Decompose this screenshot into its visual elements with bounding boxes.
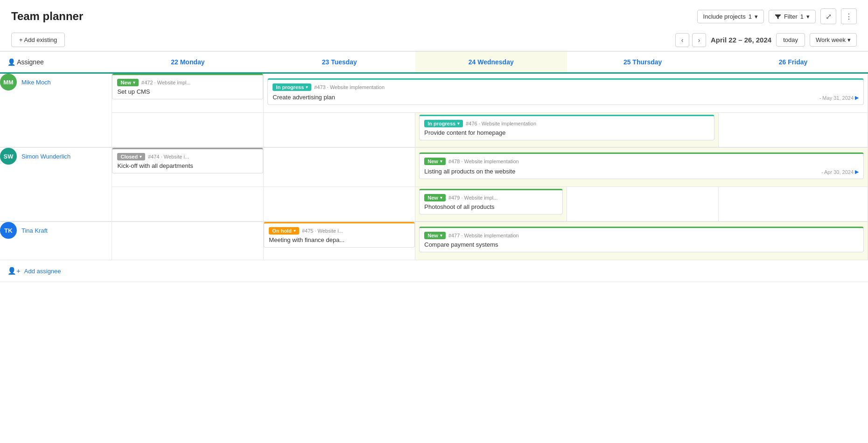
simon-row1: SW Simon Wunderlich Closed ▾ (0, 147, 868, 187)
tina-row1: TK Tina Kraft On hold ▾ (0, 222, 868, 260)
task-475-meta: On hold ▾ #475 · Website i... (269, 227, 410, 235)
status-dropdown-arrow: ▾ (294, 228, 296, 233)
task-472[interactable]: New ▾ #472 · Website impl... Set up CMS (112, 74, 263, 99)
simon-row2-wed: New ▾ #479 · Website impl... Photoshoot … (415, 187, 567, 222)
task-477-status[interactable]: New ▾ (424, 232, 446, 239)
task-475-title: Meeting with finance depa... (269, 236, 410, 243)
filter-label: Filter (784, 13, 798, 20)
task-472-meta: New ▾ #472 · Website impl... (117, 79, 258, 86)
expand-button[interactable]: ⤢ (820, 8, 836, 24)
task-474-ref: #474 · Website i... (148, 154, 189, 159)
more-options-button[interactable]: ⋮ (841, 8, 857, 24)
task-473[interactable]: In progress ▾ #473 · Website implementat… (267, 78, 864, 105)
filter-button[interactable]: Filter 1 ▾ (769, 10, 816, 23)
thursday-header: 25 Thursday (567, 52, 719, 73)
add-assignee-label: Add assignee (24, 268, 61, 275)
date-navigation: ‹ › April 22 – 26, 2024 today Work week … (675, 33, 857, 47)
task-477-ref: #477 · Website implementation (448, 233, 519, 238)
task-474-title: Kick-off with all departments (117, 162, 258, 169)
planner-grid: 👤 Assignee 22 Monday 23 Tuesday 24 Wedne… (0, 51, 868, 282)
task-478-status[interactable]: New ▾ (424, 158, 446, 165)
task-477-title: Compare payment systems (424, 241, 859, 248)
tina-name[interactable]: Tina Kraft (21, 227, 48, 234)
task-472-title: Set up CMS (117, 88, 258, 95)
simon-row2: New ▾ #479 · Website impl... Photoshoot … (0, 187, 868, 222)
mike-moch-row2: In progress ▾ #476 · Website implementat… (0, 113, 868, 148)
view-label: Work week (816, 36, 846, 43)
view-select-button[interactable]: Work week ▾ (810, 33, 857, 47)
status-dropdown-arrow: ▾ (440, 159, 442, 164)
task-479-meta: New ▾ #479 · Website impl... (424, 194, 558, 201)
task-473-title: Create advertising plan (273, 94, 335, 101)
assignee-person-icon: 👤 (7, 58, 15, 66)
assignee-label: Assignee (17, 58, 44, 66)
add-assignee-cell: 👤+ Add assignee (0, 260, 868, 282)
header-controls: Include projects 1 ▾ Filter 1 ▾ ⤢ ⋮ (697, 8, 857, 24)
simon-row2-thu (567, 187, 719, 222)
status-dropdown-arrow: ▾ (440, 233, 442, 238)
prev-week-button[interactable]: ‹ (675, 33, 689, 47)
mike-moch-row1: MM Mike Moch New ▾ # (0, 73, 868, 113)
task-473-status[interactable]: In progress ▾ (273, 83, 311, 91)
page-title: Team planner (11, 10, 83, 23)
assignee-column-header: 👤 Assignee (0, 52, 112, 73)
nav-controls: ‹ › (675, 33, 706, 47)
add-existing-button[interactable]: + Add existing (11, 33, 65, 47)
add-assignee-button[interactable]: 👤+ Add assignee (7, 267, 61, 275)
task-476-title: Provide content for homepage (424, 129, 709, 136)
task-478-ref: #478 · Website implementation (448, 159, 519, 164)
task-477[interactable]: New ▾ #477 · Website implementation Comp… (419, 227, 864, 252)
status-dropdown-arrow: ▾ (457, 121, 460, 126)
task-473-ref: #473 · Website implementation (314, 84, 385, 90)
task-475[interactable]: On hold ▾ #475 · Website i... Meeting wi… (264, 222, 415, 248)
task-474-status[interactable]: Closed ▾ (117, 153, 145, 160)
mike-row2-mon (112, 113, 264, 148)
task-476-meta: In progress ▾ #476 · Website implementat… (424, 120, 709, 127)
mike-row2-fri (719, 113, 868, 148)
task-475-status[interactable]: On hold ▾ (269, 227, 299, 235)
mike-moch-name[interactable]: Mike Moch (21, 79, 51, 86)
simon-assignee-cell: SW Simon Wunderlich (0, 147, 112, 222)
mike-moch-info: MM Mike Moch (0, 74, 112, 90)
task-479-title: Photoshoot of all products (424, 203, 558, 210)
task-478[interactable]: New ▾ #478 · Website implementation List… (419, 152, 864, 179)
task-478-end-date: - Apr 30, 2024 ▶ (821, 169, 859, 175)
task-477-meta: New ▾ #477 · Website implementation (424, 232, 859, 239)
task-472-status[interactable]: New ▾ (117, 79, 139, 86)
today-button[interactable]: today (776, 33, 805, 47)
task-476[interactable]: In progress ▾ #476 · Website implementat… (419, 115, 714, 140)
simon-row1-tue (264, 147, 415, 187)
arrow-right-icon: ▶ (855, 169, 859, 175)
expand-icon: ⤢ (826, 12, 832, 21)
status-dropdown-arrow: ▾ (133, 80, 135, 85)
simon-avatar: SW (0, 148, 17, 165)
mike-moch-assignee-cell: MM Mike Moch (0, 73, 112, 148)
app-container: Team planner Include projects 1 ▾ Filter… (0, 0, 868, 443)
mike-row2-tue (264, 113, 415, 148)
tina-info: TK Tina Kraft (0, 222, 112, 239)
task-478-title: Listing all products on the website (424, 168, 515, 175)
next-week-button[interactable]: › (692, 33, 706, 47)
wednesday-header: 24 Wednesday (415, 52, 567, 73)
task-476-status[interactable]: In progress ▾ (424, 120, 463, 127)
mike-moch-avatar: MM (0, 74, 17, 90)
task-472-ref: #472 · Website impl... (141, 80, 191, 85)
simon-name[interactable]: Simon Wunderlich (21, 153, 70, 160)
task-473-meta: In progress ▾ #473 · Website implementat… (273, 83, 859, 91)
task-475-ref: #475 · Website i... (302, 228, 343, 234)
next-arrow-icon: › (698, 36, 700, 44)
task-479[interactable]: New ▾ #479 · Website impl... Photoshoot … (419, 189, 563, 215)
tina-wed-spanning: New ▾ #477 · Website implementation Comp… (415, 222, 868, 260)
arrow-right-icon: ▶ (855, 95, 859, 101)
task-473-end-date: - May 31, 2024 ▶ (819, 95, 859, 101)
toolbar: + Add existing ‹ › April 22 – 26, 2024 t… (0, 29, 868, 51)
simon-row2-tue (264, 187, 415, 222)
task-474[interactable]: Closed ▾ #474 · Website i... Kick-off wi… (112, 148, 263, 173)
task-479-status[interactable]: New ▾ (424, 194, 446, 201)
simon-mon-cell: Closed ▾ #474 · Website i... Kick-off wi… (112, 147, 264, 187)
mike-mon-cell: New ▾ #472 · Website impl... Set up CMS (112, 73, 264, 113)
task-478-meta: New ▾ #478 · Website implementation (424, 158, 859, 165)
header: Team planner Include projects 1 ▾ Filter… (0, 0, 868, 29)
status-dropdown-arrow: ▾ (140, 154, 142, 159)
include-projects-button[interactable]: Include projects 1 ▾ (697, 10, 764, 23)
